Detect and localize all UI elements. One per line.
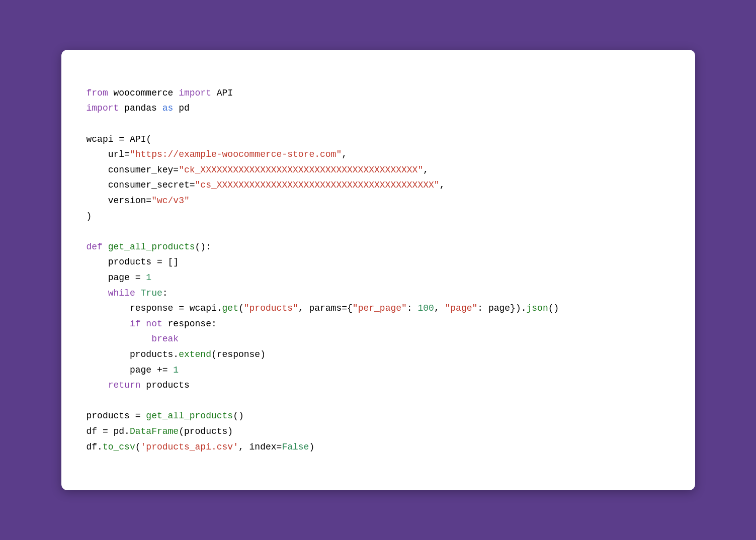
line-11: def get_all_products(): — [87, 242, 211, 252]
line-2: import pandas as pd — [87, 103, 190, 113]
line-18: products.extend(response) — [87, 349, 266, 359]
line-5: url="https://example-woocommerce-store.c… — [87, 149, 348, 159]
line-14: while True: — [87, 288, 168, 298]
line-4: wcapi = API( — [87, 134, 152, 144]
line-13: page = 1 — [87, 273, 152, 283]
line-8: version="wc/v3" — [87, 196, 190, 206]
line-16: if not response: — [87, 319, 217, 329]
line-1: from woocommerce import API — [87, 88, 233, 98]
code-block: from woocommerce import API import panda… — [87, 70, 670, 470]
line-19: page += 1 — [87, 365, 179, 375]
line-9: ) — [87, 211, 92, 221]
line-10 — [87, 226, 92, 236]
line-3 — [87, 119, 92, 129]
line-12: products = [] — [87, 257, 179, 267]
line-20: return products — [87, 380, 190, 390]
code-container: from woocommerce import API import panda… — [61, 50, 695, 490]
line-6: consumer_key="ck_XXXXXXXXXXXXXXXXXXXXXXX… — [87, 165, 429, 175]
line-22: products = get_all_products() — [87, 411, 244, 421]
line-7: consumer_secret="cs_XXXXXXXXXXXXXXXXXXXX… — [87, 180, 445, 190]
line-23: df = pd.DataFrame(products) — [87, 426, 233, 436]
line-17: break — [87, 334, 179, 344]
line-21 — [87, 396, 92, 406]
line-24: df.to_csv('products_api.csv', index=Fals… — [87, 442, 315, 452]
line-15: response = wcapi.get("products", params=… — [87, 303, 559, 313]
